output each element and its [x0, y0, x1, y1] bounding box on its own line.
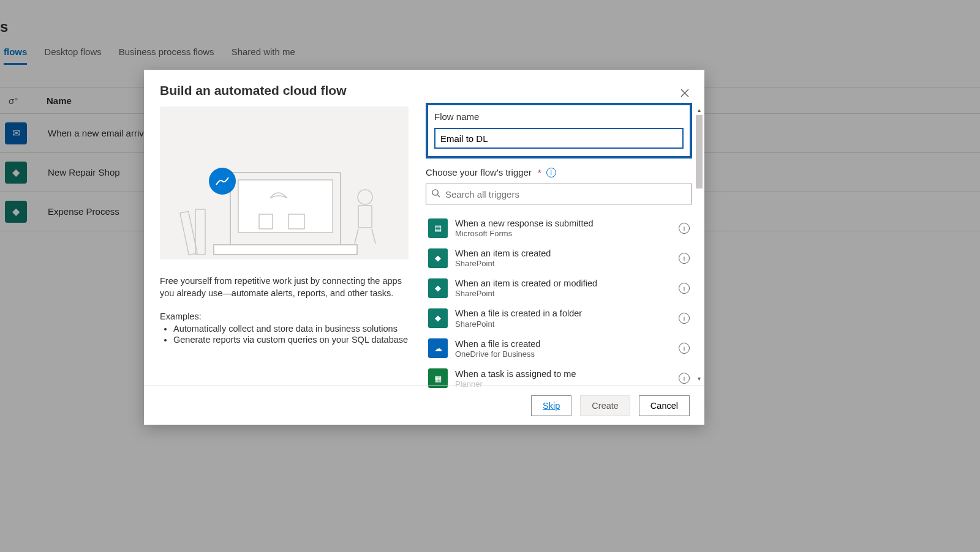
trigger-connector: SharePoint: [455, 319, 679, 329]
create-flow-modal: Build an automated cloud flow: [144, 70, 704, 425]
sharepoint-icon: ◆: [428, 248, 448, 268]
modal-footer: Skip Create Cancel: [144, 386, 704, 425]
svg-line-15: [437, 195, 440, 197]
trigger-connector: OneDrive for Business: [455, 349, 679, 359]
trigger-title: When a task is assigned to me: [455, 368, 679, 379]
sharepoint-icon: ◆: [428, 308, 448, 328]
info-icon[interactable]: i: [679, 373, 690, 384]
cancel-button[interactable]: Cancel: [639, 395, 690, 416]
svg-line-13: [372, 229, 375, 244]
trigger-title: When an item is created or modified: [455, 278, 679, 289]
trigger-item[interactable]: ◆ When an item is created SharePoint i: [426, 243, 692, 273]
info-icon[interactable]: i: [679, 343, 690, 354]
examples-label: Examples:: [160, 311, 409, 321]
info-icon[interactable]: i: [679, 313, 690, 324]
scroll-thumb[interactable]: [696, 115, 703, 188]
info-icon[interactable]: i: [679, 253, 690, 264]
trigger-title: When a file is created in a folder: [455, 308, 679, 319]
modal-right-pane: Flow name Choose your flow's trigger* i …: [426, 103, 692, 389]
search-icon: [431, 188, 440, 200]
info-icon[interactable]: i: [679, 223, 690, 234]
trigger-connector: SharePoint: [455, 259, 679, 268]
example-item: Automatically collect and store data in …: [173, 324, 409, 334]
example-item: Generate reports via custom queries on y…: [173, 335, 409, 345]
trigger-item[interactable]: ☁ When a file is created OneDrive for Bu…: [426, 334, 692, 364]
info-icon[interactable]: i: [546, 168, 556, 177]
create-button[interactable]: Create: [580, 395, 630, 416]
flow-name-highlight: Flow name: [426, 103, 692, 159]
svg-point-10: [358, 190, 372, 204]
svg-rect-8: [180, 211, 197, 255]
trigger-item[interactable]: ▤ When a new response is submitted Micro…: [426, 213, 692, 243]
trigger-search[interactable]: [426, 184, 692, 204]
modal-left-pane: Free yourself from repetitive work just …: [160, 106, 409, 345]
examples-block: Examples: Automatically collect and stor…: [160, 311, 409, 345]
scroll-down-icon[interactable]: ▾: [696, 375, 703, 382]
trigger-list: ▤ When a new response is submitted Micro…: [426, 213, 692, 389]
info-icon[interactable]: i: [679, 283, 690, 294]
trigger-section-label: Choose your flow's trigger* i: [426, 167, 692, 177]
modal-description: Free yourself from repetitive work just …: [160, 275, 409, 299]
close-icon[interactable]: [674, 82, 696, 104]
trigger-title: When a file is created: [455, 338, 679, 349]
svg-rect-9: [195, 209, 205, 255]
flow-name-label: Flow name: [434, 111, 684, 122]
svg-rect-4: [238, 180, 333, 233]
svg-line-12: [355, 229, 358, 244]
trigger-connector: Microsoft Forms: [455, 229, 679, 238]
trigger-title: When an item is created: [455, 248, 679, 259]
flow-name-input[interactable]: [434, 128, 684, 149]
trigger-connector: SharePoint: [455, 289, 679, 298]
trigger-search-input[interactable]: [445, 189, 687, 200]
svg-point-14: [432, 189, 438, 195]
modal-title: Build an automated cloud flow: [160, 83, 347, 98]
scroll-up-icon[interactable]: ▴: [696, 106, 703, 113]
scrollbar[interactable]: ▴ ▾: [696, 106, 703, 382]
svg-rect-3: [214, 245, 357, 255]
svg-rect-11: [358, 206, 372, 228]
forms-icon: ▤: [428, 218, 448, 238]
onedrive-icon: ☁: [428, 338, 448, 358]
trigger-title: When a new response is submitted: [455, 218, 679, 229]
sharepoint-icon: ◆: [428, 278, 448, 298]
trigger-item[interactable]: ◆ When an item is created or modified Sh…: [426, 273, 692, 303]
trigger-item[interactable]: ▦ When a task is assigned to me Planner …: [426, 364, 692, 389]
illustration: [160, 106, 409, 259]
trigger-item[interactable]: ◆ When a file is created in a folder Sha…: [426, 303, 692, 333]
skip-button[interactable]: Skip: [531, 395, 571, 416]
